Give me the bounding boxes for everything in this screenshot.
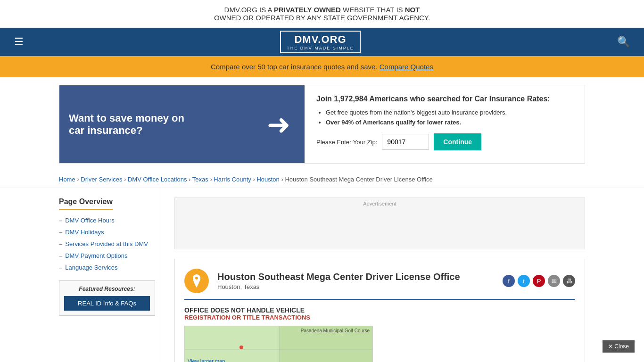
breadcrumb-home[interactable]: Home <box>59 176 75 183</box>
sidebar-link-services[interactable]: Services Provided at this DMV <box>65 240 148 247</box>
close-ad-button[interactable]: ✕ Close <box>603 340 635 353</box>
site-header: ☰ DMV.ORG THE DMV MADE SIMPLE 🔍 <box>0 28 644 56</box>
promo-left-panel: Want to save money on car insurance? ➜ <box>59 85 305 163</box>
share-email-icon[interactable]: ✉ <box>548 275 560 287</box>
office-notice: OFFICE DOES NOT HANDLE VEHICLE REGISTRAT… <box>184 306 575 321</box>
menu-icon[interactable]: ☰ <box>14 36 24 48</box>
promo-arrow-icon: ➜ <box>267 108 305 141</box>
featured-title: Featured Resources: <box>64 286 150 292</box>
sidebar-link-payment[interactable]: DMV Payment Options <box>65 252 127 259</box>
featured-resources-box: Featured Resources: REAL ID Info & FAQs <box>59 280 155 316</box>
promo-bullets: Get free quotes from the nation's bigges… <box>316 109 573 126</box>
breadcrumb: Home › Driver Services › DMV Office Loca… <box>0 171 644 188</box>
view-larger-map-link[interactable]: View larger map <box>188 358 225 362</box>
share-twitter-icon[interactable]: t <box>518 275 530 287</box>
share-facebook-icon[interactable]: f <box>503 275 515 287</box>
real-id-link[interactable]: REAL ID Info & FAQs <box>64 296 150 311</box>
search-icon[interactable]: 🔍 <box>617 36 630 48</box>
sidebar-item-holidays[interactable]: – DMV Holidays <box>59 229 155 236</box>
sidebar-item-payment[interactable]: – DMV Payment Options <box>59 252 155 259</box>
content-area: Advertisement Houston Southeast Mega Cen… <box>160 188 585 362</box>
banner-text: Compare over 50 top car insurance quotes… <box>211 63 378 71</box>
share-print-icon[interactable]: 🖶 <box>563 275 575 287</box>
sidebar-item-hours[interactable]: – DMV Office Hours <box>59 217 155 224</box>
sidebar-nav: – DMV Office Hours – DMV Holidays – Serv… <box>59 217 155 271</box>
office-notice-sub: REGISTRATION OR TITLE TRANSACTIONS <box>184 314 575 321</box>
share-pinterest-icon[interactable]: P <box>533 275 545 287</box>
breadcrumb-harris-county[interactable]: Harris County <box>214 176 251 183</box>
insurance-banner: Compare over 50 top car insurance quotes… <box>0 56 644 77</box>
advertisement-top: Advertisement <box>174 197 585 249</box>
disclaimer-not: NOT <box>405 6 420 14</box>
continue-button[interactable]: Continue <box>434 133 481 150</box>
promo-section: Want to save money on car insurance? ➜ J… <box>59 85 585 164</box>
breadcrumb-houston[interactable]: Houston <box>256 176 279 183</box>
dash-icon: – <box>59 264 62 271</box>
dash-icon: – <box>59 229 62 236</box>
disclaimer-text-1: DMV.ORG IS A <box>224 6 274 14</box>
breadcrumb-dmv-locations[interactable]: DMV Office Locations <box>128 176 187 183</box>
office-bottom: Pasadena Municipal Golf Course View larg… <box>184 326 575 362</box>
zip-label: Please Enter Your Zip: <box>316 139 377 146</box>
disclaimer-text-2: WEBSITE THAT IS <box>341 6 405 14</box>
promo-bullet-2: Over 94% of Americans qualify for lower … <box>326 119 573 126</box>
zip-row: Please Enter Your Zip: Continue <box>316 133 573 150</box>
sidebar-link-holidays[interactable]: DMV Holidays <box>65 229 104 236</box>
promo-right-panel: Join 1,972,984 Americans who searched fo… <box>305 85 585 163</box>
dash-icon: – <box>59 217 62 224</box>
breadcrumb-texas[interactable]: Texas <box>192 176 208 183</box>
logo-sub-text: THE DMV MADE SIMPLE <box>287 46 354 50</box>
ad-label: Advertisement <box>363 201 396 206</box>
sidebar-overview-title: Page Overview <box>59 197 113 210</box>
map-placeholder[interactable]: Pasadena Municipal Golf Course View larg… <box>184 326 373 362</box>
sidebar-item-services[interactable]: – Services Provided at this DMV <box>59 240 155 247</box>
promo-join-heading: Join 1,972,984 Americans who searched fo… <box>316 95 573 103</box>
zip-input[interactable] <box>382 134 429 150</box>
compare-quotes-link[interactable]: Compare Quotes <box>380 63 433 71</box>
map-golf-label: Pasadena Municipal Golf Course <box>301 328 370 333</box>
office-card-header: Houston Southeast Mega Center Driver Lic… <box>184 269 575 300</box>
logo-main-text: DMV.ORG <box>287 33 354 46</box>
promo-bullet-1: Get free quotes from the nation's bigges… <box>326 109 573 116</box>
office-title-area: Houston Southeast Mega Center Driver Lic… <box>217 272 494 290</box>
breadcrumb-driver-services[interactable]: Driver Services <box>81 176 122 183</box>
disclaimer-privately-owned: PRIVATELY OWNED <box>274 6 341 14</box>
site-logo[interactable]: DMV.ORG THE DMV MADE SIMPLE <box>280 31 361 53</box>
office-notice-title: OFFICE DOES NOT HANDLE VEHICLE <box>184 306 575 314</box>
dash-icon: – <box>59 252 62 259</box>
promo-heading: Want to save money on car insurance? <box>59 103 206 146</box>
share-icons: f t P ✉ 🖶 <box>503 275 575 287</box>
dash-icon: – <box>59 240 62 247</box>
sidebar-link-language[interactable]: Language Services <box>65 264 117 271</box>
office-location-icon <box>184 269 209 293</box>
svg-point-5 <box>239 346 243 349</box>
sidebar: Page Overview – DMV Office Hours – DMV H… <box>59 188 160 362</box>
disclaimer-bar: DMV.ORG IS A PRIVATELY OWNED WEBSITE THA… <box>0 0 644 28</box>
office-title: Houston Southeast Mega Center Driver Lic… <box>217 272 494 282</box>
sidebar-item-language[interactable]: – Language Services <box>59 264 155 271</box>
office-subtitle: Houston, Texas <box>217 283 494 290</box>
breadcrumb-current: Houston Southeast Mega Center Driver Lic… <box>285 176 432 183</box>
main-content: Page Overview – DMV Office Hours – DMV H… <box>0 188 644 362</box>
office-card: Houston Southeast Mega Center Driver Lic… <box>174 259 585 362</box>
sidebar-link-hours[interactable]: DMV Office Hours <box>65 217 115 224</box>
disclaimer-line2: OWNED OR OPERATED BY ANY STATE GOVERNMEN… <box>214 14 430 22</box>
